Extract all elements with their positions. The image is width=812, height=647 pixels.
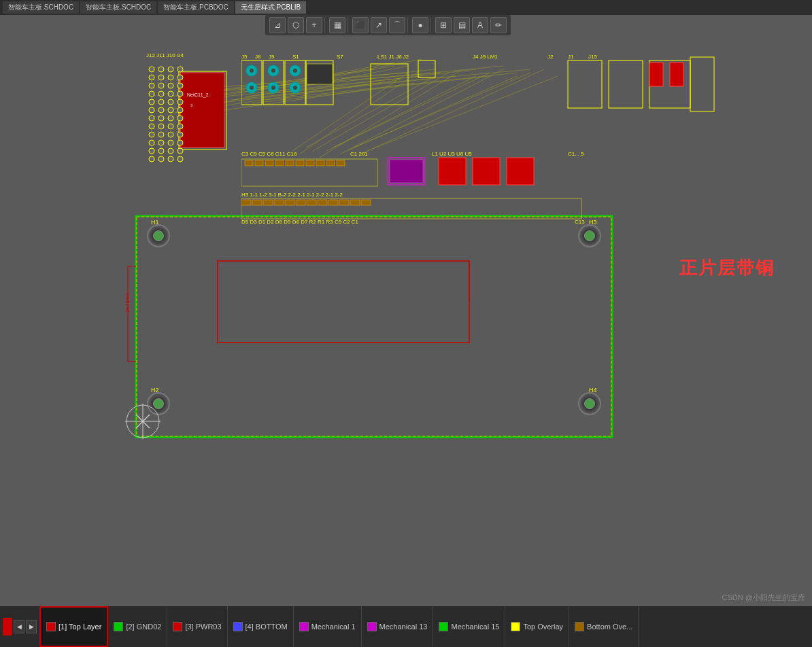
svg-point-48 (149, 156, 154, 162)
svg-point-88 (177, 156, 183, 162)
svg-rect-119 (609, 60, 643, 108)
mech15-layer-label: Mechanical 15 (451, 623, 499, 631)
svg-point-39 (149, 83, 154, 88)
svg-rect-149 (252, 200, 262, 205)
layer-tab-top[interactable]: [1] Top Layer (39, 606, 108, 647)
highlight-tool[interactable]: ⬡ (288, 17, 304, 33)
tab-schdoc2[interactable]: 智能车主板.SCHDOC (80, 1, 156, 14)
layer-tab-topoverlay[interactable]: Top Overlay (505, 606, 569, 647)
svg-rect-121 (649, 63, 663, 86)
svg-point-64 (168, 91, 173, 97)
mount-hole-h1 (147, 224, 170, 247)
tab-schdoc1[interactable]: 智能车主板.SCHDOC (3, 1, 79, 14)
svg-rect-122 (670, 63, 683, 86)
bottomoverlay-layer-swatch (575, 622, 584, 631)
tab-pcblib[interactable]: 元生层样式 PCBLIB (235, 1, 306, 14)
svg-point-59 (158, 148, 164, 154)
middle-components-svg: J5 J8 J9 S1 S7 LS1 J1 J6 J2 J4 J9 LM1 J2… (241, 50, 717, 224)
svg-point-63 (168, 83, 173, 88)
component-tool[interactable]: ⬛ (352, 17, 369, 33)
svg-rect-154 (307, 200, 316, 205)
svg-point-80 (177, 91, 183, 97)
svg-rect-137 (326, 160, 335, 166)
draw-tool[interactable]: ✏ (490, 17, 507, 33)
svg-point-67 (168, 116, 173, 121)
svg-text:NetC11_2: NetC11_2 (187, 92, 209, 98)
canvas-area[interactable]: J12 J11 J10 U4 // Generate dots via inli… (0, 15, 812, 606)
nav-next[interactable]: ▶ (26, 620, 37, 633)
svg-point-103 (250, 69, 254, 73)
svg-rect-116 (371, 64, 408, 105)
layer-tab-pwr[interactable]: [3] PWR03 (167, 606, 227, 647)
svg-text:J5: J5 (241, 54, 248, 60)
svg-point-62 (168, 75, 173, 80)
svg-rect-141 (439, 158, 466, 185)
gnd-layer-swatch (114, 622, 123, 631)
mech13-layer-label: Mechanical 13 (379, 623, 428, 631)
svg-text:C13: C13 (575, 219, 585, 224)
mech13-layer-swatch (367, 622, 377, 631)
svg-point-72 (168, 156, 173, 162)
svg-point-55 (158, 116, 164, 121)
text-tool[interactable]: A (472, 17, 488, 33)
svg-rect-30 (136, 216, 612, 437)
svg-point-68 (168, 124, 173, 129)
svg-point-113 (293, 86, 297, 90)
mount-hole-h3 (578, 224, 601, 247)
ls-color-swatch (3, 618, 12, 635)
arc-tool[interactable]: ⌒ (389, 17, 405, 33)
layer-tabs: [1] Top Layer [2] GND02 [3] PWR03 [4] BO… (39, 606, 812, 647)
svg-rect-151 (274, 200, 284, 205)
svg-point-44 (149, 124, 154, 129)
svg-rect-115 (307, 64, 333, 84)
svg-rect-32 (218, 261, 469, 343)
layer-nav: ◀ ▶ (0, 606, 39, 647)
svg-point-58 (158, 140, 164, 145)
chart2-tool[interactable]: ▤ (454, 17, 470, 33)
svg-point-77 (177, 67, 183, 72)
svg-point-52 (158, 91, 164, 97)
pcb-components-area: J12 J11 J10 U4 // Generate dots via inli… (146, 50, 778, 224)
svg-rect-157 (339, 200, 349, 205)
add-tool[interactable]: + (306, 17, 322, 33)
svg-text:LS1 J1 J6 J2: LS1 J1 J6 J2 (377, 54, 409, 60)
filter-tool[interactable]: ⊿ (269, 17, 286, 33)
svg-point-84 (177, 124, 183, 129)
svg-text:H3 1-1 1-2 3-1 B-2 2-2 2-1 2-1: H3 1-1 1-2 3-1 B-2 2-2 2-1 2-1 2-2 2-1 2… (241, 192, 343, 198)
nav-prev[interactable]: ◀ (14, 620, 24, 633)
svg-rect-155 (318, 200, 327, 205)
svg-rect-153 (296, 200, 305, 205)
chart-tool[interactable]: ▦ (329, 17, 345, 33)
svg-point-47 (149, 148, 154, 154)
svg-point-107 (271, 69, 275, 73)
gnd-layer-label: [2] GND02 (126, 623, 161, 631)
layer-tab-mech15[interactable]: Mechanical 15 (433, 606, 505, 647)
svg-point-50 (158, 75, 164, 80)
svg-rect-117 (418, 60, 435, 77)
svg-point-81 (177, 99, 183, 105)
svg-point-78 (177, 75, 183, 80)
layer-tab-mech13[interactable]: Mechanical 13 (362, 606, 434, 647)
layer-tab-bottomoverlay[interactable]: Bottom Ove... (569, 606, 639, 647)
layer-tab-bottom[interactable]: [4] BOTTOM (228, 606, 294, 647)
route-tool[interactable]: ↗ (371, 17, 387, 33)
tab-pcbdoc[interactable]: 智能车主板.PCBDOC (158, 1, 234, 14)
mech15-layer-swatch (439, 622, 448, 631)
svg-rect-123 (690, 57, 714, 111)
top-layer-label: [1] Top Layer (58, 623, 101, 631)
svg-point-51 (158, 83, 164, 88)
svg-text:C1 201: C1 201 (350, 151, 368, 157)
drill-tool[interactable]: ● (412, 17, 428, 33)
svg-text:D5 D3 D1 D2 D8 D9 D6 D7 R2 R1 : D5 D3 D1 D2 D8 D9 D6 D7 R2 R1 R3 C9 C2 C… (241, 219, 359, 224)
svg-rect-156 (328, 200, 338, 205)
measure-tool[interactable]: ⊞ (435, 17, 452, 33)
bottom-panel: ◀ ▶ [1] Top Layer [2] GND02 [3] PWR03 [4… (0, 606, 812, 647)
layer-tab-gnd[interactable]: [2] GND02 (108, 606, 167, 647)
top-tabs-bar: 智能车主板.SCHDOC 智能车主板.SCHDOC 智能车主板.PCBDOC 元… (0, 0, 812, 15)
svg-point-69 (168, 132, 173, 137)
svg-text:C1... 5: C1... 5 (568, 151, 584, 157)
layer-tab-mech1[interactable]: Mechanical 1 (294, 606, 362, 647)
svg-point-71 (168, 148, 173, 154)
svg-rect-143 (507, 158, 534, 185)
bottom-layer-label: [4] BOTTOM (246, 623, 288, 631)
